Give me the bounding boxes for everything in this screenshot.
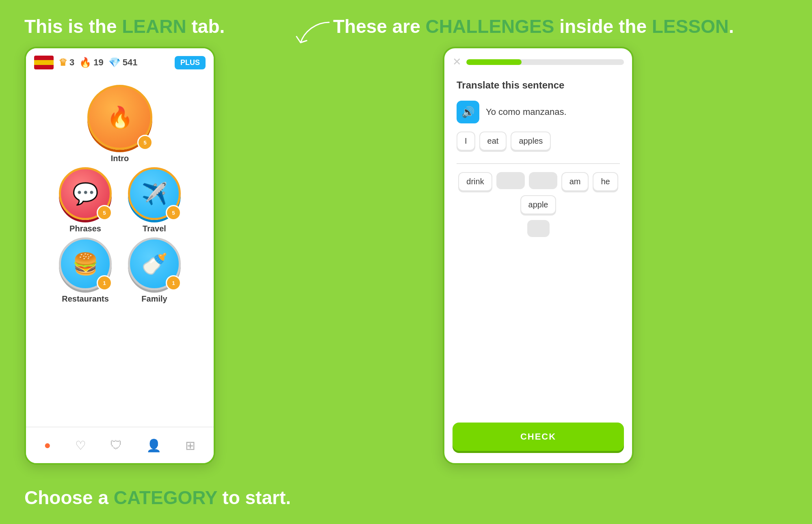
heart-nav-icon[interactable]: ♡ <box>75 438 86 453</box>
plus-badge[interactable]: PLUS <box>175 56 206 69</box>
footer-text: Choose a CATEGORY to start. <box>24 487 291 509</box>
sentence-text: Yo como manzanas. <box>486 107 567 117</box>
gem-stat: 💎 541 <box>108 57 138 68</box>
footer-pre: Choose a <box>24 487 114 508</box>
gem-icon: 💎 <box>108 57 121 68</box>
header-right: These are CHALLENGES inside the LESSON. <box>333 15 734 37</box>
spain-flag-icon <box>34 56 54 69</box>
curly-arrow-icon <box>292 18 333 51</box>
more-nav-icon[interactable]: ⊞ <box>185 438 195 453</box>
skills-row-2: 🍔 1 Restaurants 🍼 1 Family <box>59 237 181 304</box>
header-right-post: . <box>729 16 734 37</box>
challenge2-title: Translate this sentence <box>457 80 620 91</box>
shield-nav-icon[interactable]: 🛡 <box>110 438 122 452</box>
word-bank: drink am he apple <box>457 172 620 237</box>
word-slot-3 <box>527 220 550 237</box>
skill-travel[interactable]: ✈️ 5 Travel <box>128 167 181 233</box>
footer-post: to start. <box>217 487 291 508</box>
phrases-circle-btn[interactable]: 💬 5 <box>59 167 112 220</box>
flag-red-stripe-2 <box>34 65 54 69</box>
selected-word-apples[interactable]: apples <box>511 132 551 151</box>
restaurants-label: Restaurants <box>62 294 109 304</box>
header-right-mid: inside the <box>554 16 652 37</box>
bottom-nav: ● ♡ 🛡 👤 ⊞ <box>26 427 214 463</box>
fire-count: 19 <box>93 57 103 68</box>
screen1-header: ♛ 3 🔥 19 💎 541 PLUS <box>26 48 214 77</box>
header-post-text: tab. <box>186 16 225 37</box>
gem-count: 541 <box>123 57 138 68</box>
translate-challenge-screen: ✕ Translate this sentence 🔊 Yo como manz… <box>443 47 634 465</box>
lesson-keyword: LESSON <box>652 16 729 37</box>
restaurants-crown-badge: 1 <box>97 275 112 291</box>
challenge2-body: Translate this sentence 🔊 Yo como manzan… <box>444 71 632 245</box>
skill-intro[interactable]: 🔥 5 Intro <box>87 85 152 163</box>
family-crown-badge: 1 <box>166 275 181 291</box>
crown-stat: ♛ 3 <box>58 57 74 68</box>
selected-word-I[interactable]: I <box>457 132 475 151</box>
answer-zone: I eat apples <box>457 132 620 164</box>
home-nav-icon[interactable]: ● <box>44 439 51 452</box>
travel-crown-badge: 5 <box>166 205 181 220</box>
crown-count: 3 <box>69 57 74 68</box>
header-right-pre: These are <box>333 16 426 37</box>
close-button[interactable]: ✕ <box>453 56 461 68</box>
intro-label: Intro <box>111 154 129 163</box>
phrases-crown-badge: 5 <box>97 205 112 220</box>
challenges-keyword: CHALLENGES <box>426 16 554 37</box>
travel-label: Travel <box>143 224 166 233</box>
selected-word-eat[interactable]: eat <box>479 132 507 151</box>
skill-tree: 🔥 5 Intro 💬 5 Phrases ✈️ 5 <box>26 77 214 312</box>
progress-fill <box>466 59 522 65</box>
word-chip-he[interactable]: he <box>593 172 618 191</box>
flag-yellow-stripe <box>34 60 54 65</box>
flag-red-stripe <box>34 56 54 60</box>
travel-circle-btn[interactable]: ✈️ 5 <box>128 167 181 220</box>
skill-restaurants[interactable]: 🍔 1 Restaurants <box>59 237 112 304</box>
category-keyword: CATEGORY <box>114 487 217 508</box>
skills-row-1: 💬 5 Phrases ✈️ 5 Travel <box>59 167 181 233</box>
fire-stat: 🔥 19 <box>79 57 103 68</box>
word-chip-drink[interactable]: drink <box>458 172 492 191</box>
word-chip-am[interactable]: am <box>561 172 589 191</box>
word-slot-1 <box>496 172 525 189</box>
family-circle-btn[interactable]: 🍼 1 <box>128 237 181 290</box>
profile-nav-icon[interactable]: 👤 <box>146 438 161 453</box>
audio-row: 🔊 Yo como manzanas. <box>457 101 620 123</box>
family-label: Family <box>141 294 167 304</box>
word-chip-apple[interactable]: apple <box>520 195 556 214</box>
skill-phrases[interactable]: 💬 5 Phrases <box>59 167 112 233</box>
audio-button[interactable]: 🔊 <box>457 101 479 123</box>
header-left: This is the LEARN tab. <box>24 15 225 37</box>
fire-icon: 🔥 <box>79 57 91 68</box>
progress-bar <box>466 59 624 65</box>
crown-icon: ♛ <box>58 57 67 68</box>
challenge2-header: ✕ <box>444 48 632 71</box>
restaurants-circle-btn[interactable]: 🍔 1 <box>59 237 112 290</box>
intro-circle-btn[interactable]: 🔥 5 <box>87 85 152 150</box>
learn-tab-screen: ♛ 3 🔥 19 💎 541 PLUS 🔥 5 Intro <box>24 47 215 465</box>
word-slot-2 <box>529 172 557 189</box>
screens-container: ♛ 3 🔥 19 💎 541 PLUS 🔥 5 Intro <box>24 47 621 465</box>
phrases-label: Phrases <box>69 224 101 233</box>
intro-crown-badge: 5 <box>137 135 153 150</box>
check-button[interactable]: CHECK <box>453 423 624 451</box>
header-pre-text: This is the <box>24 16 122 37</box>
skill-family[interactable]: 🍼 1 Family <box>128 237 181 304</box>
learn-keyword: LEARN <box>122 16 186 37</box>
